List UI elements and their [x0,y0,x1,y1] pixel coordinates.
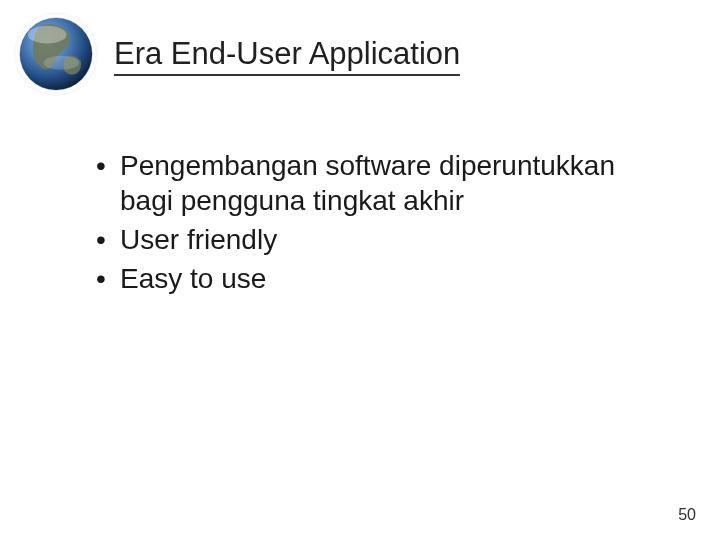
globe-icon [12,10,100,98]
list-item: Easy to use [90,261,660,296]
presentation-slide: Era End-User Application Pengembangan so… [0,0,720,540]
bullet-list: Pengembangan software diperuntukkan bagi… [90,148,660,296]
svg-point-2 [28,26,67,44]
slide-header: Era End-User Application [0,0,720,98]
slide-body: Pengembangan software diperuntukkan bagi… [0,98,720,296]
list-item: Pengembangan software diperuntukkan bagi… [90,148,660,218]
svg-point-3 [44,56,79,70]
bullet-text: User friendly [120,224,277,255]
bullet-text: Easy to use [120,263,266,294]
bullet-text: Pengembangan software diperuntukkan bagi… [120,150,615,216]
slide-title: Era End-User Application [114,36,460,76]
list-item: User friendly [90,222,660,257]
page-number: 50 [678,506,696,524]
